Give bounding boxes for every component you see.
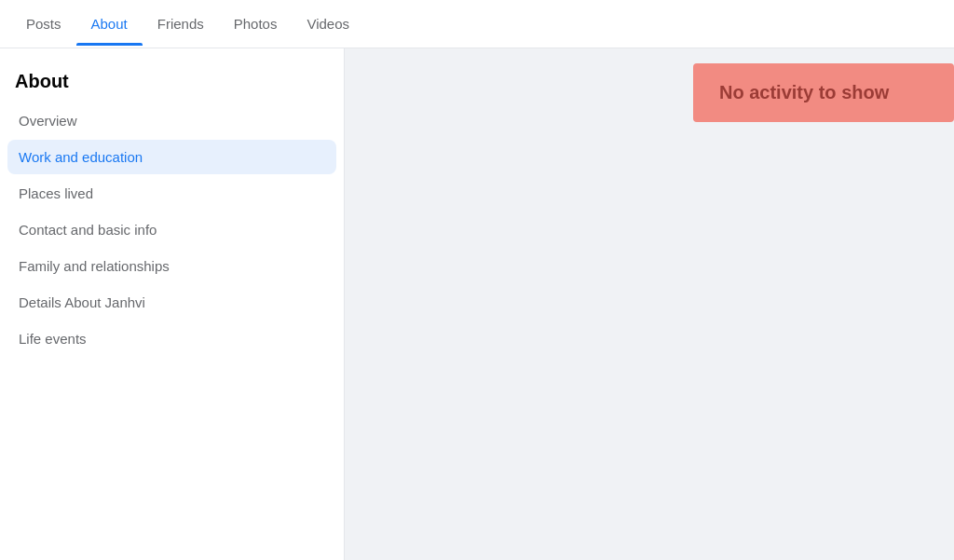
tab-photos[interactable]: Photos [219,3,293,45]
tab-posts[interactable]: Posts [11,3,76,45]
sidebar-item-family-relationships[interactable]: Family and relationships [7,249,336,283]
sidebar: About Overview Work and education Places… [0,48,345,560]
sidebar-title: About [7,63,336,103]
sidebar-item-life-events[interactable]: Life events [7,321,336,356]
no-activity-text: No activity to show [719,82,889,102]
sidebar-item-overview[interactable]: Overview [7,103,336,138]
tab-about[interactable]: About [76,3,143,45]
tab-videos[interactable]: Videos [292,3,364,45]
content-area: No activity to show [345,48,954,560]
tab-friends[interactable]: Friends [143,3,219,45]
sidebar-item-places-lived[interactable]: Places lived [7,176,336,211]
sidebar-item-work-education[interactable]: Work and education [7,140,336,174]
no-activity-banner: No activity to show [693,63,954,122]
tab-bar: Posts About Friends Photos Videos [0,0,954,48]
sidebar-item-details-janhvi[interactable]: Details About Janhvi [7,285,336,320]
main-content: About Overview Work and education Places… [0,48,954,560]
sidebar-item-contact-info[interactable]: Contact and basic info [7,212,336,247]
